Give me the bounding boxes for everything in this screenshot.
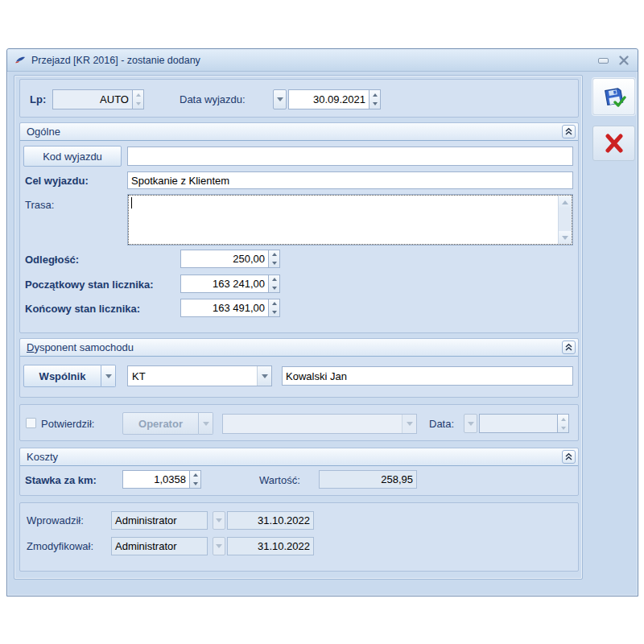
date-dropdown-button[interactable] xyxy=(273,89,287,109)
dialog-window: Przejazd [KR 2016] - zostanie dodany Lp:… xyxy=(6,48,638,597)
potwierdzil-checkbox[interactable] xyxy=(26,418,36,428)
kod-wyjazdu-button[interactable]: Kod wyjazdu xyxy=(23,146,122,167)
collapse-dysponent-button[interactable] xyxy=(562,341,576,354)
wprowadzil-user-field: Administrator xyxy=(111,511,208,530)
title-bar[interactable]: Przejazd [KR 2016] - zostanie dodany xyxy=(7,49,638,72)
trasa-label: Trasa: xyxy=(25,196,54,213)
operator-dropdown-button xyxy=(199,412,213,435)
stawka-label: Stawka za km: xyxy=(25,471,97,489)
cel-wyjazdu-field[interactable]: Spotkanie z Klientem xyxy=(127,171,573,189)
cancel-button[interactable] xyxy=(592,126,635,161)
collapse-ogolne-button[interactable] xyxy=(562,125,576,138)
dysponent-code-combo[interactable]: KT xyxy=(127,365,272,386)
zmodyfikowal-label: Zmodyfikował: xyxy=(27,537,93,555)
wartosc-field: 258,95 xyxy=(319,470,417,489)
trasa-textarea[interactable] xyxy=(127,194,573,246)
potwierdzil-label: Potwierdził: xyxy=(41,405,94,442)
potwierdzil-date-spinner xyxy=(558,414,569,433)
koncowy-label: Końcowy stan licznika: xyxy=(25,299,140,318)
wprowadzil-dropdown-button xyxy=(213,511,225,530)
stawka-field[interactable]: 1,0358 xyxy=(122,470,190,489)
section-audit: Wprowadził: Administrator 31.10.2022 Zmo… xyxy=(19,502,579,572)
double-chevron-up-icon xyxy=(564,452,573,461)
poczatkowy-label: Początkowy stan licznika: xyxy=(25,275,154,294)
potwierdzil-data-label: Data: xyxy=(429,405,454,442)
poczatkowy-spinner[interactable] xyxy=(269,275,280,293)
date-field[interactable]: 30.09.2021 xyxy=(288,89,369,109)
zmodyfikowal-dropdown-button xyxy=(213,537,225,555)
header-row-group: Lp: AUTO Data wyjazdu: 30.09.2021 xyxy=(19,79,579,118)
red-x-icon xyxy=(602,131,626,155)
close-icon[interactable] xyxy=(618,55,630,66)
section-koszty: Koszty Stawka za km: 1,0358 Wartość: 258… xyxy=(19,448,579,496)
save-floppy-check-icon xyxy=(601,84,627,109)
section-dysponent-header: Dysponent samochodu xyxy=(20,339,578,357)
section-ogolne-title: Ogólne xyxy=(27,126,60,138)
scroll-up-icon[interactable] xyxy=(559,196,572,208)
koncowy-spinner[interactable] xyxy=(269,299,280,317)
section-ogolne: Ogólne Kod wyjazdu Cel wyjazdu: Spotkani… xyxy=(19,122,579,333)
lp-spinner xyxy=(133,89,144,109)
wprowadzil-label: Wprowadził: xyxy=(27,511,84,530)
section-koszty-header: Koszty xyxy=(20,448,578,466)
scroll-down-icon[interactable] xyxy=(559,231,572,244)
section-potwierdzil: Potwierdził: Operator Data: xyxy=(19,404,579,441)
odleglosc-spinner[interactable] xyxy=(269,250,280,268)
cel-wyjazdu-label: Cel wyjazdu: xyxy=(25,171,89,189)
combo-arrow-icon xyxy=(402,415,416,433)
zmodyfikowal-date-field: 31.10.2022 xyxy=(227,537,314,555)
zmodyfikowal-user-field: Administrator xyxy=(111,537,208,555)
dysponent-code-value: KT xyxy=(128,366,257,386)
odleglosc-label: Odległość: xyxy=(25,250,79,269)
poczatkowy-field[interactable]: 163 241,00 xyxy=(180,275,269,293)
kod-wyjazdu-field[interactable] xyxy=(127,147,573,166)
wprowadzil-date-field: 31.10.2022 xyxy=(227,511,314,530)
double-chevron-up-icon xyxy=(564,343,573,352)
wspolnik-button[interactable]: Wspólnik xyxy=(23,365,101,387)
stawka-spinner[interactable] xyxy=(190,470,201,489)
collapse-koszty-button[interactable] xyxy=(562,450,576,464)
potwierdzil-date-field xyxy=(479,414,558,433)
date-spinner[interactable] xyxy=(369,89,381,109)
minimize-icon[interactable] xyxy=(598,58,609,64)
lp-label: Lp: xyxy=(30,80,46,118)
double-chevron-up-icon xyxy=(564,127,573,136)
section-dysponent-title: Dysponent samochodu xyxy=(27,341,134,353)
operator-button: Operator xyxy=(122,412,199,435)
operator-combo xyxy=(222,414,417,434)
combo-arrow-icon[interactable] xyxy=(257,366,271,386)
desktop: Przejazd [KR 2016] - zostanie dodany Lp:… xyxy=(0,0,644,644)
save-button[interactable] xyxy=(592,78,635,115)
operator-combo-value xyxy=(223,415,402,433)
lp-field: AUTO xyxy=(52,89,133,109)
trasa-scrollbar[interactable] xyxy=(558,196,572,244)
wspolnik-dropdown-button[interactable] xyxy=(101,365,116,387)
koncowy-field[interactable]: 163 491,00 xyxy=(180,299,269,317)
section-koszty-title: Koszty xyxy=(27,451,58,463)
section-dysponent: Dysponent samochodu Wspólnik KT Kowalski… xyxy=(19,338,579,398)
date-label: Data wyjazdu: xyxy=(180,80,246,118)
section-ogolne-header: Ogólne xyxy=(20,123,578,141)
text-caret xyxy=(131,197,132,208)
dysponent-name-field[interactable]: Kowalski Jan xyxy=(282,366,573,386)
form-panel: Lp: AUTO Data wyjazdu: 30.09.2021 Ogólne xyxy=(14,75,583,580)
app-logo-icon xyxy=(14,54,27,67)
window-title: Przejazd [KR 2016] - zostanie dodany xyxy=(31,55,200,66)
odleglosc-field[interactable]: 250,00 xyxy=(180,250,269,268)
wartosc-label: Wartość: xyxy=(259,471,300,489)
potwierdzil-date-dropdown-button xyxy=(464,414,477,433)
